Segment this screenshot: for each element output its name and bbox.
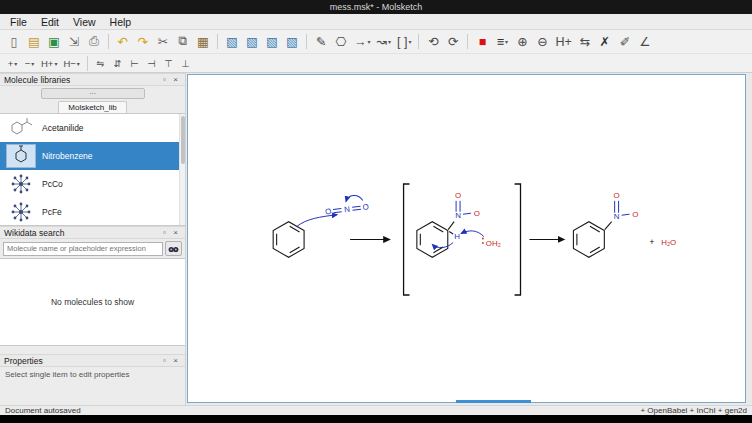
curved-arrow-nitronium	[345, 194, 362, 202]
delete-tool-button[interactable]: ✗	[596, 33, 614, 51]
drawing-canvas[interactable]: O N O	[187, 74, 746, 403]
insert-image-3-icon: ▧	[266, 34, 278, 49]
color-swatch-button[interactable]: ■	[473, 33, 491, 51]
align-left-button[interactable]: ⊢	[127, 56, 142, 70]
intermediate-h-label: H	[454, 232, 460, 241]
menu-file[interactable]: File	[3, 16, 34, 28]
close-panel-icon[interactable]: ×	[170, 227, 181, 238]
molecule-thumbnail	[5, 116, 37, 140]
menu-view[interactable]: View	[66, 16, 103, 28]
align-top-button[interactable]: ⊤	[161, 56, 176, 70]
insert-image-2-button[interactable]: ▧	[243, 33, 261, 51]
library-scrollbar[interactable]	[179, 114, 185, 225]
menu-edit[interactable]: Edit	[34, 16, 66, 28]
float-panel-icon[interactable]: ▫	[159, 227, 170, 238]
float-panel-icon[interactable]: ▫	[159, 74, 170, 85]
close-panel-icon[interactable]: ×	[170, 355, 181, 366]
library-item-nitrobenzene[interactable]: Nitrobenzene	[0, 142, 185, 170]
paste-button[interactable]: ▦	[194, 33, 212, 51]
intermediate-n-label: N	[455, 211, 461, 220]
redo-icon: ↷	[138, 34, 148, 49]
library-scrollbar-thumb[interactable]	[181, 116, 185, 164]
save-button[interactable]: ▣	[45, 33, 63, 51]
nitrobenzene-product: N O O + H₂O	[573, 191, 676, 257]
hydrogen-add-button[interactable]: H+	[553, 33, 573, 51]
sidebar: Molecule libraries ▫ × ⋯ Molsketch_lib A…	[0, 73, 186, 405]
panel-splitter[interactable]	[0, 346, 185, 354]
library-item-label: Acetanilide	[42, 123, 84, 133]
mechanism-arrow-tool-button[interactable]: ↝▾	[375, 33, 394, 51]
rotate-cw-button[interactable]: ⟳	[444, 33, 462, 51]
copy-button[interactable]: ⧉	[174, 33, 192, 51]
charge-minus-icon: ⊖	[537, 34, 547, 49]
chevron-down-icon: ▾	[14, 60, 17, 67]
export-button[interactable]: ⇲	[65, 33, 83, 51]
properties-hint: Select single item to edit properties	[0, 367, 185, 405]
insert-image-1-icon: ▧	[226, 34, 238, 49]
align-right-icon: ⊣	[147, 58, 155, 69]
status-bar: Document autosaved + OpenBabel + InChI +…	[0, 405, 752, 415]
print-button[interactable]: ⎙	[85, 33, 103, 51]
rotate-ccw-button[interactable]: ⟲	[424, 33, 442, 51]
menu-help[interactable]: Help	[103, 16, 139, 28]
library-toolbar-row: ⋯	[0, 86, 185, 101]
line-width-button[interactable]: ≡▾	[493, 33, 511, 51]
lasso-tool-button[interactable]: ✐	[616, 33, 634, 51]
molecule-thumbnail	[5, 144, 37, 168]
increase-hydrogens-button[interactable]: H+▾	[39, 56, 59, 70]
angle-tool-button[interactable]: ∠	[636, 33, 654, 51]
flip-tool-icon: ⇆	[580, 34, 590, 49]
open-file-button[interactable]: ▤	[25, 33, 43, 51]
decrease-hydrogens-button[interactable]: H−▾	[61, 56, 81, 70]
library-item-pcco[interactable]: PcCo	[0, 170, 185, 198]
charge-plus-button[interactable]: ⊕	[513, 33, 531, 51]
wikidata-search-button[interactable]	[165, 241, 182, 256]
flip-tool-button[interactable]: ⇆	[576, 33, 594, 51]
chevron-down-icon: ▾	[505, 38, 508, 45]
wikidata-panel-title: Wikidata search	[4, 228, 159, 238]
library-item-pcfe[interactable]: PcFe	[0, 198, 185, 226]
export-icon: ⇲	[69, 34, 79, 49]
float-panel-icon[interactable]: ▫	[159, 355, 170, 366]
cut-button[interactable]: ✂	[154, 33, 172, 51]
flip-horizontal-button[interactable]: ⇋	[93, 56, 108, 70]
library-selector-button[interactable]: ⋯	[41, 88, 145, 99]
nitronium-o-right-label: O	[362, 202, 369, 212]
reaction-arrow-tool-button[interactable]: →▾	[352, 33, 373, 51]
flip-vertical-icon: ⇵	[113, 58, 121, 69]
canvas-hscroll-thumb[interactable]	[456, 400, 531, 403]
wikidata-search-input[interactable]	[3, 242, 163, 256]
bracket-left	[404, 184, 410, 295]
chevron-down-icon: ▾	[388, 38, 391, 45]
increase-charge-button[interactable]: +▾	[5, 56, 20, 70]
ring-tool-button[interactable]: ⎔	[332, 33, 350, 51]
decrease-charge-icon: −	[25, 58, 31, 69]
library-item-acetanilide[interactable]: Acetanilide	[0, 114, 185, 142]
draw-tool-button[interactable]: ✎	[312, 33, 330, 51]
ring-tool-icon: ⎔	[336, 34, 347, 49]
bracket-tool-button[interactable]: [ ]▾	[395, 33, 413, 51]
undo-button[interactable]: ↶	[114, 33, 132, 51]
tab-molsketch-lib[interactable]: Molsketch_lib	[58, 101, 126, 113]
arenium-intermediate: N O O H OH₂	[417, 191, 501, 257]
insert-image-4-icon: ▧	[286, 34, 298, 49]
menu-bar: FileEditViewHelp	[0, 14, 752, 30]
product-o-top-label: O	[614, 191, 620, 200]
charge-minus-button[interactable]: ⊖	[533, 33, 551, 51]
insert-image-4-button[interactable]: ▧	[283, 33, 301, 51]
wikidata-results-area: No molecules to show	[0, 258, 185, 346]
close-panel-icon[interactable]: ×	[170, 74, 181, 85]
insert-image-1-button[interactable]: ▧	[223, 33, 241, 51]
lasso-tool-icon: ✐	[620, 34, 630, 49]
new-document-button[interactable]: ▯	[5, 33, 23, 51]
reaction-scheme: O N O	[188, 75, 745, 402]
increase-charge-icon: +	[8, 58, 14, 69]
redo-button[interactable]: ↷	[134, 33, 152, 51]
align-bottom-button[interactable]: ⊥	[178, 56, 193, 70]
insert-image-3-button[interactable]: ▧	[263, 33, 281, 51]
decrease-charge-button[interactable]: −▾	[22, 56, 37, 70]
align-right-button[interactable]: ⊣	[144, 56, 159, 70]
product-n-label: N	[614, 212, 620, 221]
water-label: H₂O	[661, 238, 676, 247]
flip-vertical-button[interactable]: ⇵	[110, 56, 125, 70]
